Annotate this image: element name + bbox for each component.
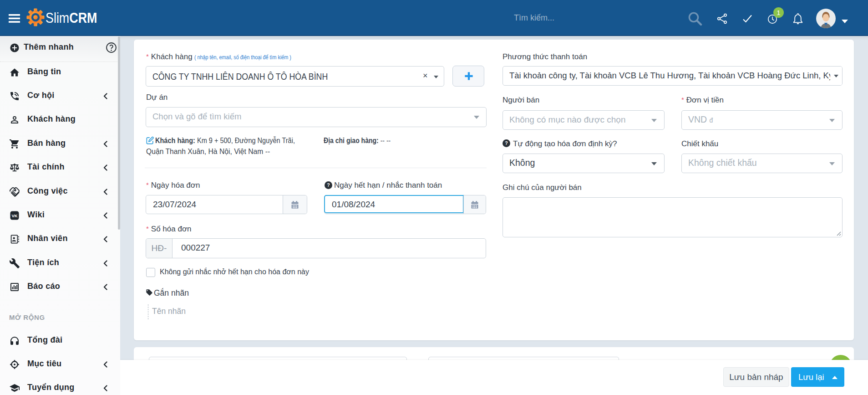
svg-text:?: ? — [327, 182, 330, 188]
svg-text:VK: VK — [11, 213, 17, 218]
svg-text:?: ? — [505, 140, 508, 146]
